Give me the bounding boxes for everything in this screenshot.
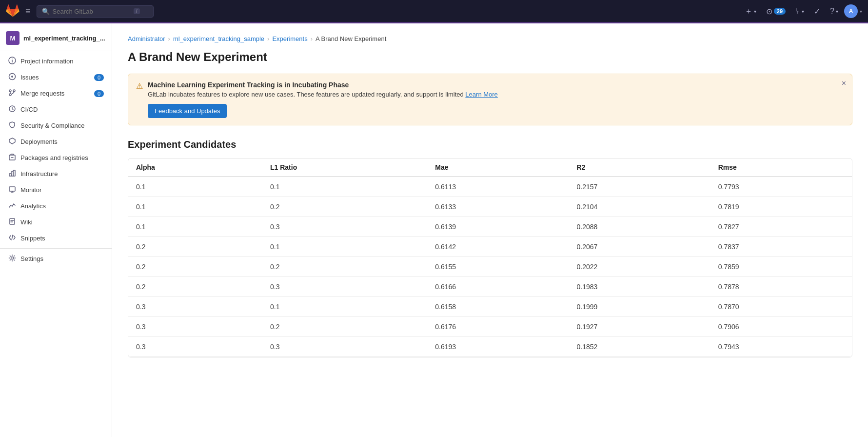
cell-rmse: 0.7859 — [710, 257, 852, 277]
issues-button[interactable]: ⊙ 29 — [762, 4, 789, 19]
table-row[interactable]: 0.2 0.2 0.6155 0.2022 0.7859 — [128, 257, 852, 277]
sidebar-project-header: M ml_experiment_tracking_... — [0, 27, 112, 49]
experiment-candidates-table-wrapper: Alpha L1 Ratio Mae R2 Rmse 0.1 0.1 0.611… — [128, 158, 852, 358]
breadcrumb-experiments[interactable]: Experiments — [272, 35, 307, 42]
cell-alpha: 0.2 — [128, 257, 262, 277]
search-bar[interactable]: 🔍 / — [37, 5, 154, 18]
cell-l1ratio: 0.1 — [262, 237, 427, 257]
svg-rect-1 — [12, 60, 13, 62]
todo-button[interactable]: ✓ — [810, 4, 824, 19]
alert-body-text: GitLab incubates features to explore new… — [148, 91, 464, 98]
mr-count-badge: 0 — [94, 90, 104, 97]
cell-l1ratio: 0.3 — [262, 217, 427, 237]
cell-l1ratio: 0.2 — [262, 317, 427, 337]
info-icon — [8, 57, 17, 66]
snippets-icon — [8, 234, 17, 243]
sidebar-item-snippets[interactable]: Snippets — [0, 230, 112, 246]
chevron-down-icon: ▾ — [754, 9, 756, 14]
table-row[interactable]: 0.1 0.2 0.6133 0.2104 0.7819 — [128, 197, 852, 217]
chevron-down-icon-3: ▾ — [836, 9, 838, 14]
svg-rect-12 — [9, 187, 15, 191]
table-row[interactable]: 0.2 0.3 0.6166 0.1983 0.7878 — [128, 277, 852, 297]
svg-point-2 — [12, 59, 13, 60]
main-content: Administrator › ml_experiment_tracking_s… — [112, 23, 868, 437]
cell-mae: 0.6133 — [427, 197, 569, 217]
cell-rmse: 0.7870 — [710, 297, 852, 317]
hamburger-menu[interactable]: ≡ — [23, 4, 33, 19]
learn-more-link[interactable]: Learn More — [465, 91, 497, 98]
col-l1ratio: L1 Ratio — [262, 159, 427, 177]
breadcrumb-project[interactable]: ml_experiment_tracking_sample — [173, 35, 264, 42]
cell-r2: 0.1999 — [569, 297, 710, 317]
cell-r2: 0.1983 — [569, 277, 710, 297]
merge-requests-sidebar-icon — [8, 89, 17, 98]
breadcrumb-sep-2: › — [267, 35, 269, 42]
table-row[interactable]: 0.3 0.1 0.6158 0.1999 0.7870 — [128, 297, 852, 317]
sidebar-item-deployments[interactable]: Deployments — [0, 134, 112, 150]
table-row[interactable]: 0.1 0.3 0.6139 0.2088 0.7827 — [128, 217, 852, 237]
cell-mae: 0.6158 — [427, 297, 569, 317]
gitlab-logo[interactable] — [6, 4, 20, 18]
sidebar-item-label: Issues — [20, 74, 39, 81]
page-title: A Brand New Experiment — [128, 50, 852, 64]
cell-r2: 0.2067 — [569, 237, 710, 257]
sidebar-item-analytics[interactable]: Analytics — [0, 198, 112, 214]
sidebar-item-monitor[interactable]: Monitor — [0, 182, 112, 198]
sidebar-item-label: Merge requests — [20, 90, 64, 97]
create-new-button[interactable]: ＋ ▾ — [741, 3, 760, 20]
table-row[interactable]: 0.2 0.1 0.6142 0.2067 0.7837 — [128, 237, 852, 257]
sidebar-item-label: Settings — [20, 255, 43, 262]
search-slash-key: / — [134, 8, 140, 14]
cell-rmse: 0.7827 — [710, 217, 852, 237]
alert-close-button[interactable]: × — [842, 79, 846, 88]
cell-rmse: 0.7943 — [710, 337, 852, 357]
merge-requests-button[interactable]: ⑂ ▾ — [791, 4, 808, 19]
sidebar: M ml_experiment_tracking_... Project inf… — [0, 23, 112, 437]
sidebar-item-label: Security & Compliance — [20, 122, 85, 129]
section-title: Experiment Candidates — [128, 139, 852, 150]
user-avatar[interactable]: A — [844, 4, 858, 18]
cell-l1ratio: 0.3 — [262, 337, 427, 357]
cell-r2: 0.2157 — [569, 177, 710, 197]
feedback-updates-button[interactable]: Feedback and Updates — [148, 104, 227, 118]
table-row[interactable]: 0.1 0.1 0.6113 0.2157 0.7793 — [128, 177, 852, 197]
cell-r2: 0.2088 — [569, 217, 710, 237]
navbar-right-actions: ＋ ▾ ⊙ 29 ⑂ ▾ ✓ ? ▾ A ▾ — [741, 3, 862, 20]
packages-icon — [8, 153, 17, 162]
cell-r2: 0.1852 — [569, 337, 710, 357]
table-row[interactable]: 0.3 0.2 0.6176 0.1927 0.7906 — [128, 317, 852, 337]
cell-mae: 0.6176 — [427, 317, 569, 337]
sidebar-item-label: CI/CD — [20, 106, 38, 113]
cell-mae: 0.6139 — [427, 217, 569, 237]
sidebar-item-merge-requests[interactable]: Merge requests 0 — [0, 85, 112, 101]
breadcrumb-sep-3: › — [311, 35, 313, 42]
col-alpha: Alpha — [128, 159, 262, 177]
cell-r2: 0.2022 — [569, 257, 710, 277]
search-input[interactable] — [53, 8, 131, 15]
sidebar-item-label: Deployments — [20, 138, 58, 145]
sidebar-item-label: Project information — [20, 58, 73, 65]
chevron-down-icon-4[interactable]: ▾ — [860, 9, 862, 14]
sidebar-item-project-information[interactable]: Project information — [0, 53, 112, 69]
sidebar-item-cicd[interactable]: CI/CD — [0, 101, 112, 118]
cell-alpha: 0.2 — [128, 277, 262, 297]
issues-sidebar-icon — [8, 73, 17, 82]
breadcrumb-administrator[interactable]: Administrator — [128, 35, 165, 42]
table-row[interactable]: 0.3 0.3 0.6193 0.1852 0.7943 — [128, 337, 852, 357]
sidebar-item-wiki[interactable]: Wiki — [0, 214, 112, 230]
sidebar-item-security-compliance[interactable]: Security & Compliance — [0, 118, 112, 134]
sidebar-item-label: Packages and registries — [20, 154, 88, 161]
sidebar-item-issues[interactable]: Issues 0 — [0, 69, 112, 85]
help-button[interactable]: ? ▾ — [826, 4, 842, 19]
svg-point-7 — [13, 90, 15, 92]
alert-title: Machine Learning Experiment Tracking is … — [148, 81, 498, 89]
cell-r2: 0.1927 — [569, 317, 710, 337]
cell-alpha: 0.3 — [128, 317, 262, 337]
sidebar-item-settings[interactable]: Settings — [0, 251, 112, 267]
sidebar-item-infrastructure[interactable]: Infrastructure — [0, 166, 112, 182]
issues-count-badge: 0 — [94, 74, 104, 81]
cell-r2: 0.2104 — [569, 197, 710, 217]
sidebar-item-packages-registries[interactable]: Packages and registries — [0, 150, 112, 166]
cell-mae: 0.6155 — [427, 257, 569, 277]
alert-content: Machine Learning Experiment Tracking is … — [148, 81, 498, 118]
